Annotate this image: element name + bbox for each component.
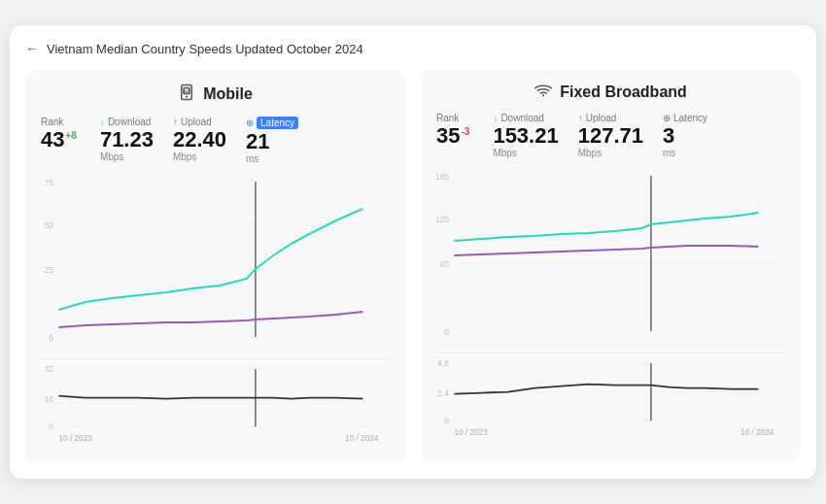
mobile-rank-label: Rank [41,117,77,127]
mobile-rank-change: +8 [65,131,76,141]
broadband-latency: ⊕ Latency 3 ms [663,113,707,158]
bb-upload-arrow-icon: ↑ [578,113,583,123]
svg-text:16: 16 [45,393,53,403]
svg-text:4.8: 4.8 [437,358,449,368]
svg-text:10 / 2024: 10 / 2024 [345,433,379,443]
back-arrow-icon: ← [25,41,39,56]
broadband-panel: Fixed Broadband Rank 35 -3 ↓ Download 15… [421,70,801,463]
mobile-main-chart-area: 75 50 25 0 [41,174,390,353]
mobile-rank: Rank 43 +8 [41,117,77,151]
svg-text:75: 75 [45,178,53,187]
broadband-upload-unit: Mbps [578,148,643,158]
broadband-latency-unit: ms [663,148,707,158]
broadband-download-value: 153.21 [493,125,558,147]
broadband-latency-chart-area: 4.8 2.4 0 10 / 2023 10 / 2024 [436,351,785,444]
broadband-main-chart-area: 180 120 60 0 [436,168,785,347]
broadband-download-unit: Mbps [493,148,558,158]
broadband-latency-value: 3 [663,125,707,147]
svg-text:0: 0 [444,327,449,337]
mobile-latency-chart-area: 32 16 0 10 / 2023 10 / 2024 [41,356,390,450]
svg-text:10 / 2023: 10 / 2023 [454,427,488,437]
mobile-download: ↓ Download 71.23 Mbps [100,117,154,162]
mobile-main-chart: 75 50 25 0 [41,174,390,349]
broadband-upload: ↑ Upload 127.71 Mbps [578,113,643,158]
svg-text:50: 50 [45,220,53,230]
svg-text:0: 0 [444,416,449,425]
upload-arrow-icon: ↑ [173,117,178,127]
main-container: ← Vietnam Median Country Speeds Updated … [10,25,816,479]
latency-icon-mobile: ⊕ [246,118,254,128]
svg-point-25 [542,94,544,96]
broadband-rank-value: 35 -3 [436,125,469,147]
mobile-download-unit: Mbps [100,151,154,162]
svg-text:60: 60 [440,259,449,269]
svg-text:32: 32 [45,364,53,374]
mobile-download-value: 71.23 [100,129,154,151]
broadband-main-chart: 180 120 60 0 [436,168,785,343]
bb-latency-icon: ⊕ [663,113,671,123]
mobile-rank-value: 43 +8 [41,129,77,151]
mobile-latency-unit: ms [246,153,298,164]
back-nav[interactable]: ← Vietnam Median Country Speeds Updated … [25,41,801,56]
page-title: Vietnam Median Country Speeds Updated Oc… [47,42,363,56]
broadband-icon [534,84,552,101]
broadband-rank-change: -3 [461,127,469,137]
broadband-download: ↓ Download 153.21 Mbps [493,113,558,158]
broadband-rank: Rank 35 -3 [436,113,469,147]
panels-container: Mobile Rank 43 +8 ↓ Download 71.23 M [25,70,801,463]
download-arrow-icon: ↓ [100,117,105,127]
broadband-title: Fixed Broadband [436,84,785,101]
svg-text:0: 0 [49,421,53,431]
svg-text:2.4: 2.4 [437,387,449,397]
mobile-title: Mobile [41,84,390,105]
broadband-stats: Rank 35 -3 ↓ Download 153.21 Mbps [436,113,785,158]
svg-text:10 / 2023: 10 / 2023 [58,433,92,443]
mobile-panel: Mobile Rank 43 +8 ↓ Download 71.23 M [25,70,405,463]
svg-text:10 / 2024: 10 / 2024 [740,427,774,437]
mobile-stats: Rank 43 +8 ↓ Download 71.23 Mbps [41,117,390,164]
mobile-icon [178,84,195,105]
mobile-upload-unit: Mbps [173,151,226,162]
mobile-upload: ↑ Upload 22.40 Mbps [173,117,226,162]
svg-text:0: 0 [49,333,53,343]
mobile-upload-value: 22.40 [173,129,226,151]
mobile-latency-chart: 32 16 0 10 / 2023 10 / 2024 [41,358,390,446]
svg-text:25: 25 [45,265,53,275]
svg-text:120: 120 [436,215,449,224]
svg-text:180: 180 [436,172,449,182]
mobile-latency-value: 21 [246,131,298,152]
mobile-latency: ⊕ Latency 21 ms [246,117,298,164]
broadband-upload-value: 127.71 [578,125,643,147]
broadband-rank-label: Rank [436,113,469,123]
broadband-latency-chart: 4.8 2.4 0 10 / 2023 10 / 2024 [436,353,785,440]
bb-download-arrow-icon: ↓ [493,113,498,123]
